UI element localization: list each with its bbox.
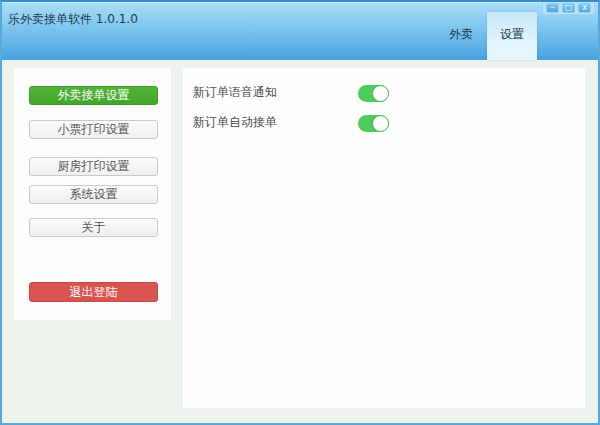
tab-settings[interactable]: 设置 [487, 12, 537, 60]
sidebar-item-takeout-order-settings[interactable]: 外卖接单设置 [29, 86, 158, 105]
tab-waimai[interactable]: 外卖 [436, 12, 486, 60]
setting-label-voice-notification: 新订单语音通知 [193, 84, 277, 101]
sidebar-item-receipt-print-settings[interactable]: 小票打印设置 [29, 120, 158, 139]
close-button[interactable]: x [578, 3, 591, 13]
logout-button[interactable]: 退出登陆 [29, 282, 158, 302]
toggle-auto-accept[interactable] [358, 115, 388, 132]
sidebar: 外卖接单设置 小票打印设置 厨房打印设置 系统设置 关于 退出登陆 [14, 68, 171, 320]
settings-panel: 新订单语音通知 新订单自动接单 [183, 68, 585, 408]
toggle-knob [372, 115, 389, 132]
titlebar[interactable]: 乐外卖接单软件 1.0.1.0 – □ x 外卖 设置 [2, 2, 598, 60]
sidebar-item-system-settings[interactable]: 系统设置 [29, 185, 158, 204]
setting-label-auto-accept: 新订单自动接单 [193, 114, 277, 131]
sidebar-item-about[interactable]: 关于 [29, 218, 158, 237]
toggle-voice-notification[interactable] [358, 85, 388, 102]
minimize-button[interactable]: – [546, 3, 559, 13]
window-controls: – □ x [542, 2, 595, 15]
sidebar-item-kitchen-print-settings[interactable]: 厨房打印设置 [29, 157, 158, 176]
window-title: 乐外卖接单软件 1.0.1.0 [8, 11, 138, 28]
toggle-knob [372, 85, 389, 102]
maximize-button[interactable]: □ [562, 3, 575, 13]
app-window: 乐外卖接单软件 1.0.1.0 – □ x 外卖 设置 外卖接单设置 小票打印设… [0, 0, 600, 425]
